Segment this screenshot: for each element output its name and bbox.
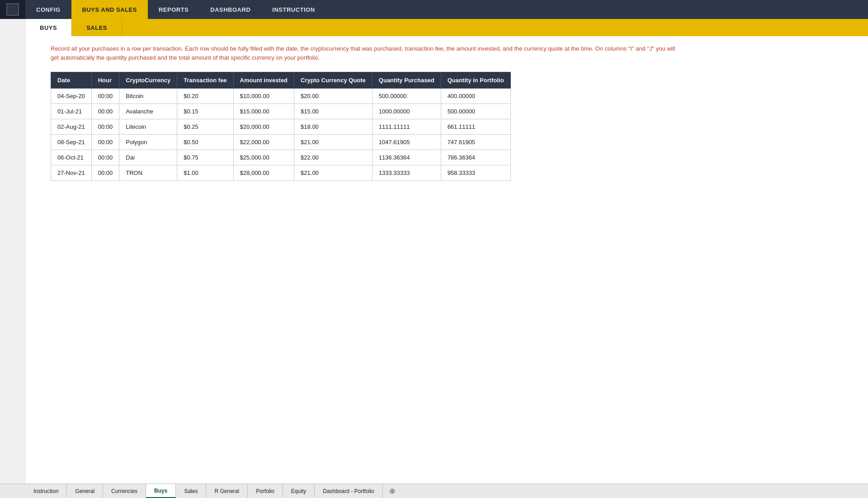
sheet-tab-buys[interactable]: Buys — [146, 484, 176, 498]
table-col-quantity-in-portfolio: Quantity in Portfolio — [441, 72, 510, 89]
table-header: DateHourCryptoCurrencyTransaction feeAmo… — [51, 72, 511, 89]
left-sidebar-strip — [0, 19, 25, 484]
table-cell-5: $21.00 — [294, 165, 373, 181]
sheet-tab-r-general[interactable]: R General — [206, 484, 248, 498]
table-cell-4: $22,000.00 — [233, 135, 294, 150]
table-cell-5: $22.00 — [294, 150, 373, 165]
table-cell-3: $1.00 — [177, 165, 233, 181]
sheet-tab-sales[interactable]: Sales — [176, 484, 206, 498]
sheet-tabs-bar: InstructionGeneralCurrenciesBuysSalesR G… — [0, 484, 868, 498]
table-col-amount-invested: Amount invested — [233, 72, 294, 89]
table-col-quantity-purchased: Quantity Purchased — [372, 72, 441, 89]
add-sheet-button[interactable]: ⊕ — [383, 484, 401, 498]
table-cell-5: $15.00 — [294, 104, 373, 119]
sheet-tab-porfolio[interactable]: Porfolio — [248, 484, 283, 498]
table-cell-0: 01-Jul-21 — [51, 104, 92, 119]
nav-item-dashboard[interactable]: DASHBOARD — [199, 0, 261, 19]
table-cell-3: $0.15 — [177, 104, 233, 119]
table-cell-7: 958.33333 — [441, 165, 510, 181]
table-col-crypto-currency-quote: Crypto Currency Quote — [294, 72, 373, 89]
sheet-tab-equity[interactable]: Equity — [283, 484, 315, 498]
buys-table: DateHourCryptoCurrencyTransaction feeAmo… — [51, 72, 511, 181]
table-cell-1: 00:00 — [91, 165, 119, 181]
table-cell-1: 00:00 — [91, 135, 119, 150]
table-cell-4: $20,000.00 — [233, 119, 294, 135]
table-cell-6: 1111.11111 — [372, 119, 441, 135]
table-cell-5: $20.00 — [294, 89, 373, 104]
table-cell-1: 00:00 — [91, 119, 119, 135]
table-cell-6: 500.00000 — [372, 89, 441, 104]
table-cell-4: $15,000.00 — [233, 104, 294, 119]
table-cell-2: Bitcoin — [119, 89, 177, 104]
table-cell-6: 1136.36364 — [372, 150, 441, 165]
table-cell-2: Litecoin — [119, 119, 177, 135]
table-cell-2: TRON — [119, 165, 177, 181]
table-cell-5: $18.00 — [294, 119, 373, 135]
table-col-transaction-fee: Transaction fee — [177, 72, 233, 89]
table-cell-7: 400.00000 — [441, 89, 510, 104]
table-cell-2: Avalanche — [119, 104, 177, 119]
table-cell-3: $0.75 — [177, 150, 233, 165]
table-row[interactable]: 08-Sep-2100:00Polygon$0.50$22,000.00$21.… — [51, 135, 511, 150]
sheet-tab-instruction[interactable]: Instruction — [25, 484, 67, 498]
table-cell-6: 1000.00000 — [372, 104, 441, 119]
table-row[interactable]: 02-Aug-2100:00Litecoin$0.25$20,000.00$18… — [51, 119, 511, 135]
subtab-sales[interactable]: SALES — [72, 19, 122, 36]
sub-tabs: BUYSSALES — [0, 19, 868, 36]
table-cell-7: 661.11111 — [441, 119, 510, 135]
table-cell-4: $10,000.00 — [233, 89, 294, 104]
table-header-row: DateHourCryptoCurrencyTransaction feeAmo… — [51, 72, 511, 89]
table-cell-3: $0.20 — [177, 89, 233, 104]
nav-item-instruction[interactable]: INSTRUCTION — [261, 0, 326, 19]
info-text: Record all your purchases in a row per t… — [51, 44, 684, 62]
nav-item-reports[interactable]: REPORTS — [148, 0, 199, 19]
table-cell-0: 04-Sep-20 — [51, 89, 92, 104]
nav-item-config[interactable]: CONFIG — [25, 0, 71, 19]
table-cell-6: 1333.33333 — [372, 165, 441, 181]
top-nav: CONFIGBUYS AND SALESREPORTSDASHBOARDINST… — [0, 0, 868, 19]
table-cell-7: 786.36364 — [441, 150, 510, 165]
table-cell-0: 27-Nov-21 — [51, 165, 92, 181]
table-cell-6: 1047.61905 — [372, 135, 441, 150]
table-cell-2: Polygon — [119, 135, 177, 150]
table-cell-5: $21.00 — [294, 135, 373, 150]
sheet-tab-currencies[interactable]: Currencies — [103, 484, 146, 498]
table-cell-3: $0.50 — [177, 135, 233, 150]
subtab-buys[interactable]: BUYS — [25, 19, 72, 36]
table-cell-1: 00:00 — [91, 150, 119, 165]
table-cell-3: $0.25 — [177, 119, 233, 135]
table-row[interactable]: 27-Nov-2100:00TRON$1.00$28,000.00$21.001… — [51, 165, 511, 181]
table-cell-7: 747.61905 — [441, 135, 510, 150]
table-cell-1: 00:00 — [91, 89, 119, 104]
table-row[interactable]: 01-Jul-2100:00Avalanche$0.15$15,000.00$1… — [51, 104, 511, 119]
main-content: Record all your purchases in a row per t… — [25, 36, 868, 189]
sheet-tab-general[interactable]: General — [67, 484, 103, 498]
table-row[interactable]: 04-Sep-2000:00Bitcoin$0.20$10,000.00$20.… — [51, 89, 511, 104]
table-cell-4: $25,000.00 — [233, 150, 294, 165]
table-cell-2: Dai — [119, 150, 177, 165]
table-col-hour: Hour — [91, 72, 119, 89]
logo-area — [0, 0, 25, 19]
table-col-cryptocurrency: CryptoCurrency — [119, 72, 177, 89]
logo-box — [6, 3, 19, 16]
table-cell-0: 08-Sep-21 — [51, 135, 92, 150]
table-body: 04-Sep-2000:00Bitcoin$0.20$10,000.00$20.… — [51, 89, 511, 181]
nav-item-buys-sales[interactable]: BUYS AND SALES — [71, 0, 148, 19]
table-cell-0: 02-Aug-21 — [51, 119, 92, 135]
table-cell-7: 500.00000 — [441, 104, 510, 119]
table-cell-0: 06-Oct-21 — [51, 150, 92, 165]
table-row[interactable]: 06-Oct-2100:00Dai$0.75$25,000.00$22.0011… — [51, 150, 511, 165]
table-col-date: Date — [51, 72, 92, 89]
sheet-tab-dashboard-portfolio[interactable]: Dashboard - Portfolio — [315, 484, 382, 498]
table-cell-1: 00:00 — [91, 104, 119, 119]
table-cell-4: $28,000.00 — [233, 165, 294, 181]
